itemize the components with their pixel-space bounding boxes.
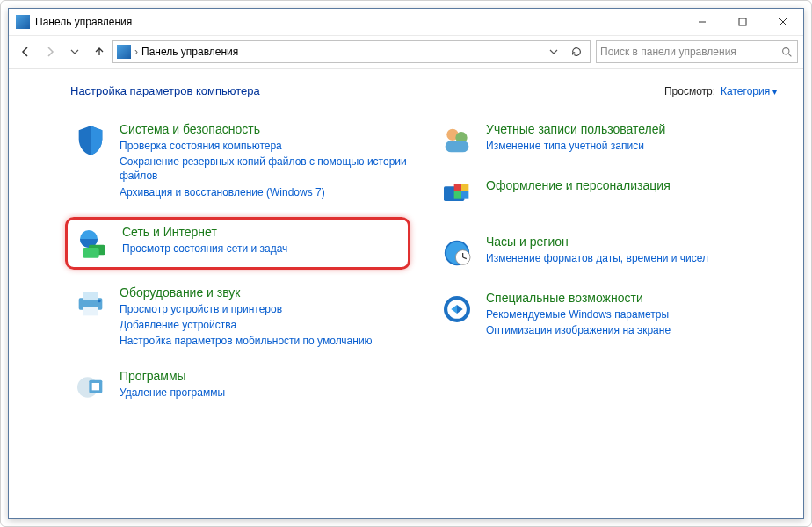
category-link[interactable]: Удаление программы: [120, 386, 409, 400]
content-header: Настройка параметров компьютера Просмотр…: [70, 84, 777, 97]
category-link[interactable]: Добавление устройства: [120, 318, 409, 332]
control-panel-window: Панель управления › Панель управления: [8, 8, 804, 519]
svg-rect-10: [83, 292, 98, 299]
category-system-security: Система и безопасность Проверка состояни…: [70, 119, 410, 205]
category-link[interactable]: Изменение типа учетной записи: [486, 139, 775, 153]
svg-point-4: [782, 47, 788, 54]
category-title[interactable]: Программы: [120, 369, 409, 383]
category-link[interactable]: Настройка параметров мобильности по умол…: [120, 334, 409, 348]
ease-of-access-icon: [439, 291, 475, 328]
category-link[interactable]: Сохранение резервных копий файлов с помо…: [120, 155, 409, 183]
category-link[interactable]: Оптимизация изображения на экране: [486, 323, 775, 337]
category-link[interactable]: Просмотр состояния сети и задач: [122, 242, 401, 256]
category-appearance: Оформление и персонализация: [437, 175, 777, 219]
minimize-button[interactable]: [682, 9, 722, 35]
svg-rect-23: [461, 191, 468, 198]
category-network-internet: Сеть и Интернет Просмотр состояния сети …: [65, 217, 410, 270]
address-dropdown-button[interactable]: [544, 42, 563, 61]
categories-col-left: Система и безопасность Проверка состояни…: [70, 119, 410, 422]
category-link[interactable]: Рекомендуемые Windows параметры: [486, 307, 775, 321]
close-button[interactable]: [763, 9, 803, 35]
svg-rect-15: [92, 383, 99, 390]
content-area: Настройка параметров компьютера Просмотр…: [9, 69, 803, 518]
category-hardware-sound: Оборудование и звук Просмотр устройств и…: [70, 282, 410, 354]
svg-rect-21: [461, 184, 468, 191]
page-title: Настройка параметров компьютера: [70, 84, 260, 97]
titlebar: Панель управления: [9, 9, 803, 36]
control-panel-icon: [117, 45, 131, 59]
category-link[interactable]: Архивация и восстановление (Windows 7): [120, 185, 409, 199]
category-link[interactable]: Просмотр устройств и принтеров: [120, 302, 409, 316]
svg-line-5: [788, 54, 791, 56]
printer-icon: [72, 285, 109, 322]
navbar: › Панель управления Поиск в панели управ…: [9, 36, 803, 69]
shield-icon: [72, 122, 109, 159]
globe-network-icon: [75, 225, 112, 262]
forward-button[interactable]: [39, 40, 62, 63]
category-title[interactable]: Оборудование и звук: [120, 285, 409, 300]
category-link[interactable]: Проверка состояния компьютера: [120, 139, 409, 153]
up-button[interactable]: [88, 40, 111, 63]
category-title[interactable]: Сеть и Интернет: [122, 225, 401, 239]
svg-rect-22: [454, 191, 461, 198]
programs-icon: [72, 369, 109, 406]
refresh-button[interactable]: [567, 42, 586, 61]
view-by-dropdown[interactable]: Категория: [721, 85, 777, 97]
back-button[interactable]: [14, 40, 37, 63]
recent-locations-button[interactable]: [63, 40, 86, 63]
category-title[interactable]: Часы и регион: [486, 235, 775, 249]
breadcrumb[interactable]: Панель управления: [141, 46, 238, 58]
svg-rect-1: [739, 18, 746, 25]
control-panel-icon: [16, 15, 30, 29]
category-link[interactable]: Изменение форматов даты, времени и чисел: [486, 251, 775, 265]
category-title[interactable]: Система и безопасность: [120, 122, 409, 136]
svg-rect-20: [454, 184, 461, 191]
svg-rect-8: [83, 248, 98, 258]
address-bar[interactable]: › Панель управления: [112, 40, 591, 63]
clock-globe-icon: [439, 235, 475, 271]
window-title: Панель управления: [35, 16, 132, 28]
maximize-button[interactable]: [722, 9, 763, 35]
view-by-label: Просмотр:: [664, 85, 715, 97]
search-placeholder: Поиск в панели управления: [600, 46, 779, 58]
search-box[interactable]: Поиск в панели управления: [596, 40, 798, 63]
category-user-accounts: Учетные записи пользователей Изменение т…: [437, 119, 777, 162]
appearance-icon: [439, 178, 475, 215]
users-icon: [439, 122, 475, 159]
svg-rect-18: [446, 141, 469, 152]
breadcrumb-sep-icon: ›: [134, 46, 138, 58]
svg-point-12: [98, 300, 100, 302]
category-clock-region: Часы и регион Изменение форматов даты, в…: [437, 231, 777, 275]
svg-rect-11: [83, 307, 98, 315]
search-icon: [779, 47, 794, 58]
category-title[interactable]: Учетные записи пользователей: [486, 122, 775, 136]
categories: Система и безопасность Проверка состояни…: [70, 119, 777, 422]
category-title[interactable]: Оформление и персонализация: [486, 178, 775, 192]
categories-col-right: Учетные записи пользователей Изменение т…: [437, 119, 777, 422]
category-title[interactable]: Специальные возможности: [486, 291, 775, 305]
category-programs: Программы Удаление программы: [70, 365, 410, 409]
category-ease-of-access: Специальные возможности Рекомендуемые Wi…: [437, 287, 777, 343]
